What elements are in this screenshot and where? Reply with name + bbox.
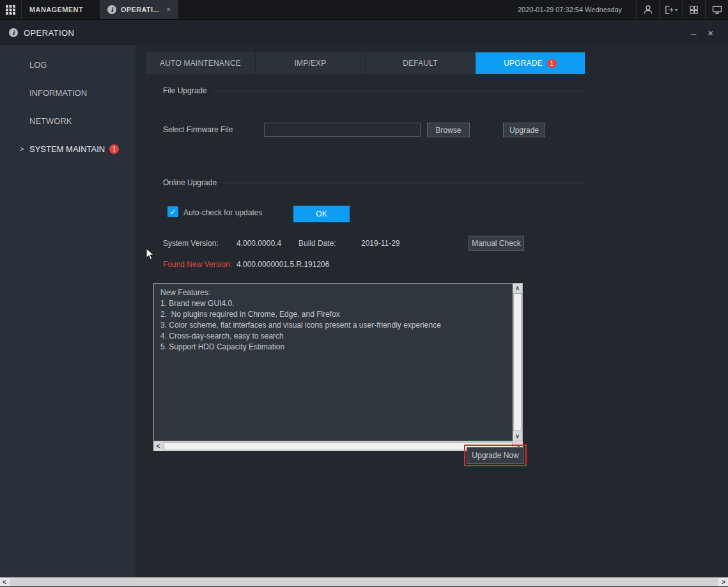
- upgrade-now-highlight: Upgrade Now: [464, 445, 527, 466]
- tab-default[interactable]: DEFAULT: [366, 52, 475, 74]
- section-title: Online Upgrade: [163, 178, 217, 187]
- tab-upgrade[interactable]: UPGRADE 1: [476, 52, 585, 74]
- info-icon: i: [107, 5, 116, 14]
- tab-auto-maintenance[interactable]: AUTO MAINTENANCE: [146, 52, 255, 74]
- tab-label: DEFAULT: [403, 59, 438, 68]
- scroll-left-icon[interactable]: <: [0, 577, 9, 586]
- select-firmware-label: Select Firmware File: [163, 125, 233, 134]
- tab-imp-exp[interactable]: IMP/EXP: [256, 52, 365, 74]
- sidebar-item-information[interactable]: INFORMATION: [0, 79, 136, 107]
- window-title-bar: i OPERATION – ×: [0, 20, 728, 45]
- sidebar-item-system-maintain[interactable]: > SYSTEM MAINTAIN 1: [0, 135, 136, 163]
- tab-title: OPERATI...: [121, 6, 159, 13]
- tab-label: IMP/EXP: [294, 59, 326, 68]
- info-icon: i: [9, 28, 18, 37]
- window-title: OPERATION: [24, 28, 74, 38]
- sidebar-item-log[interactable]: LOG: [0, 50, 136, 79]
- datetime: 2020-01-29 07:32:54 Wednesday: [504, 0, 636, 19]
- sidebar-item-label: SYSTEM MAINTAIN: [29, 144, 105, 154]
- found-new-version-label: Found New Version:: [163, 260, 232, 269]
- check-icon: ✓: [169, 208, 176, 217]
- firmware-file-input[interactable]: [264, 123, 421, 137]
- horizontal-scroll-thumb[interactable]: [164, 442, 513, 450]
- scroll-up-icon[interactable]: ∧: [513, 284, 522, 293]
- system-version-label: System Version:: [163, 239, 219, 248]
- tab-label: UPGRADE: [504, 59, 543, 68]
- browse-button[interactable]: Browse: [427, 123, 470, 137]
- logout-icon: [664, 5, 674, 15]
- upgrade-now-button[interactable]: Upgrade Now: [467, 447, 524, 464]
- vertical-scroll-thumb[interactable]: [513, 293, 522, 431]
- scroll-right-icon[interactable]: >: [719, 577, 728, 586]
- main-content: AUTO MAINTENANCE IMP/EXP DEFAULT UPGRADE…: [136, 45, 728, 577]
- online-upgrade-section-header: Online Upgrade: [163, 178, 586, 187]
- section-title: File Upgrade: [163, 86, 207, 95]
- tab-bar: AUTO MAINTENANCE IMP/EXP DEFAULT UPGRADE…: [146, 52, 585, 74]
- autocheck-checkbox[interactable]: ✓: [167, 206, 178, 217]
- management-menu[interactable]: MANAGEMENT: [22, 0, 100, 19]
- nvr-screen: MANAGEMENT i OPERATI... × 2020-01-29 07:…: [0, 0, 728, 587]
- section-divider: [223, 183, 586, 183]
- caret-down-icon: ▾: [675, 7, 678, 13]
- logout-button[interactable]: ▾: [659, 0, 682, 19]
- apps-menu-button[interactable]: [0, 0, 22, 19]
- management-label: MANAGEMENT: [29, 6, 83, 13]
- scroll-down-icon[interactable]: ∨: [513, 432, 522, 441]
- chevron-right-icon: >: [20, 145, 24, 153]
- top-system-bar: MANAGEMENT i OPERATI... × 2020-01-29 07:…: [0, 0, 728, 20]
- upgrade-button[interactable]: Upgrade: [503, 123, 545, 137]
- build-date-value: 2019-11-29: [361, 239, 400, 248]
- operation-window-tab[interactable]: i OPERATI... ×: [100, 0, 178, 19]
- notes-vertical-scrollbar[interactable]: ∧ ∨: [513, 284, 522, 441]
- build-date-label: Build Date:: [298, 239, 336, 248]
- tab-close-icon[interactable]: ×: [166, 5, 171, 14]
- sidebar-item-label: LOG: [29, 60, 47, 70]
- page-horizontal-scrollbar[interactable]: < >: [0, 577, 728, 586]
- sidebar-item-network[interactable]: NETWORK: [0, 107, 136, 135]
- minimize-button[interactable]: –: [685, 27, 702, 38]
- multi-window-button[interactable]: [682, 0, 705, 19]
- sidebar-item-label: NETWORK: [29, 116, 72, 126]
- system-version-value: 4.000.0000.4: [236, 239, 281, 248]
- notification-badge: 1: [109, 144, 119, 154]
- scroll-left-icon[interactable]: <: [153, 441, 163, 451]
- sidebar: LOG INFORMATION NETWORK > SYSTEM MAINTAI…: [0, 45, 136, 577]
- tab-label: AUTO MAINTENANCE: [160, 59, 241, 68]
- manual-check-button[interactable]: Manual Check: [469, 236, 524, 251]
- ok-button[interactable]: OK: [293, 206, 350, 222]
- autocheck-label: Auto-check for updates: [183, 208, 262, 217]
- apps-grid-icon: [6, 5, 15, 15]
- display-button[interactable]: [705, 0, 728, 19]
- close-button[interactable]: ×: [702, 27, 719, 38]
- page-scroll-thumb[interactable]: [10, 578, 718, 586]
- display-icon: [712, 4, 722, 15]
- user-button[interactable]: [636, 0, 659, 19]
- multi-window-icon: [689, 5, 699, 15]
- section-divider: [213, 91, 586, 91]
- file-upgrade-section-header: File Upgrade: [163, 86, 586, 95]
- release-notes: New Features: 1. Brand new GUI4.0. 2. No…: [153, 283, 523, 441]
- sidebar-item-label: INFORMATION: [29, 88, 87, 98]
- topbar-spacer: [178, 0, 504, 19]
- window-body: LOG INFORMATION NETWORK > SYSTEM MAINTAI…: [0, 45, 728, 577]
- found-new-version-value: 4.000.0000001.5.R.191206: [236, 260, 329, 269]
- user-icon: [643, 4, 653, 15]
- notification-badge: 1: [547, 59, 557, 68]
